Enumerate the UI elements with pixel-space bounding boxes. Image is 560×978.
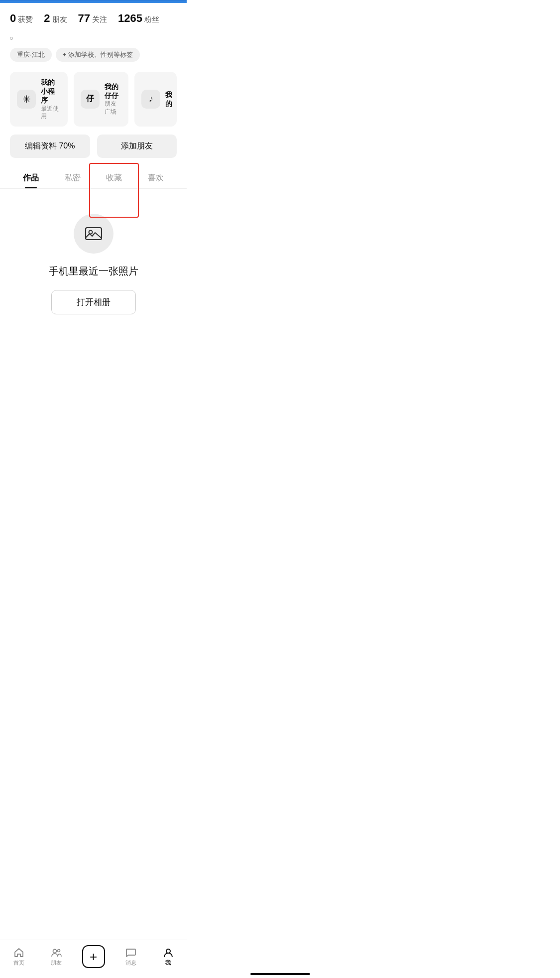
following-count: 77 — [78, 12, 90, 25]
shortcut-mini-program-sub: 最近使用 — [41, 105, 61, 121]
empty-content: 手机里最近一张照片 打开相册 — [0, 189, 187, 329]
shortcut-mini-program-title: 我的小程序 — [41, 78, 61, 105]
tags-row: 重庆·江北 + 添加学校、性别等标签 — [0, 45, 187, 68]
empty-description: 手机里最近一张照片 — [49, 265, 138, 278]
location-tag[interactable]: 重庆·江北 — [10, 48, 52, 62]
open-album-button[interactable]: 打开相册 — [51, 290, 136, 314]
stats-row: 0 获赞 2 朋友 77 关注 1265 粉丝 — [0, 3, 187, 32]
add-friend-button[interactable]: 添加朋友 — [97, 135, 177, 158]
add-tag-button[interactable]: + 添加学校、性别等标签 — [56, 48, 140, 62]
friends-count: 2 — [44, 12, 50, 25]
shortcuts-row: ✳ 我的小程序 最近使用 仔 我的仔仔 朋友广场 ♪ 我的 — [0, 68, 187, 135]
stat-following[interactable]: 77 关注 — [78, 12, 107, 25]
tab-private[interactable]: 私密 — [52, 167, 94, 188]
following-label: 关注 — [92, 15, 107, 24]
tab-likes[interactable]: 喜欢 — [135, 167, 177, 188]
fans-label: 粉丝 — [144, 15, 159, 24]
likes-label: 获赞 — [18, 15, 33, 24]
edit-profile-button[interactable]: 编辑资料 70% — [10, 135, 90, 158]
status-dot — [10, 37, 13, 40]
tab-favorites[interactable]: 收藏 — [94, 167, 135, 188]
stat-friends[interactable]: 2 朋友 — [44, 12, 67, 25]
photo-icon-circle — [74, 214, 113, 254]
tabs-row: 作品 私密 收藏 喜欢 — [0, 167, 187, 189]
shortcut-zaizai-sub: 朋友广场 — [105, 100, 121, 116]
stat-likes[interactable]: 0 获赞 — [10, 12, 33, 25]
shortcut-mini-program[interactable]: ✳ 我的小程序 最近使用 — [10, 72, 68, 127]
stat-fans[interactable]: 1265 粉丝 — [118, 12, 159, 25]
shortcut-music[interactable]: ♪ 我的 — [134, 72, 177, 127]
shortcut-zaizai[interactable]: 仔 我的仔仔 朋友广场 — [74, 72, 128, 127]
action-buttons: 编辑资料 70% 添加朋友 — [0, 135, 187, 167]
mini-program-icon: ✳ — [17, 90, 36, 109]
friends-label: 朋友 — [52, 15, 67, 24]
tab-works[interactable]: 作品 — [10, 167, 52, 188]
zaizai-icon: 仔 — [81, 90, 100, 109]
shortcut-music-title: 我的 — [165, 90, 172, 108]
dot-row — [0, 32, 187, 45]
shortcut-zaizai-title: 我的仔仔 — [105, 82, 121, 100]
music-icon: ♪ — [141, 90, 160, 109]
fans-count: 1265 — [118, 12, 142, 25]
likes-count: 0 — [10, 12, 16, 25]
photo-icon — [84, 224, 103, 243]
